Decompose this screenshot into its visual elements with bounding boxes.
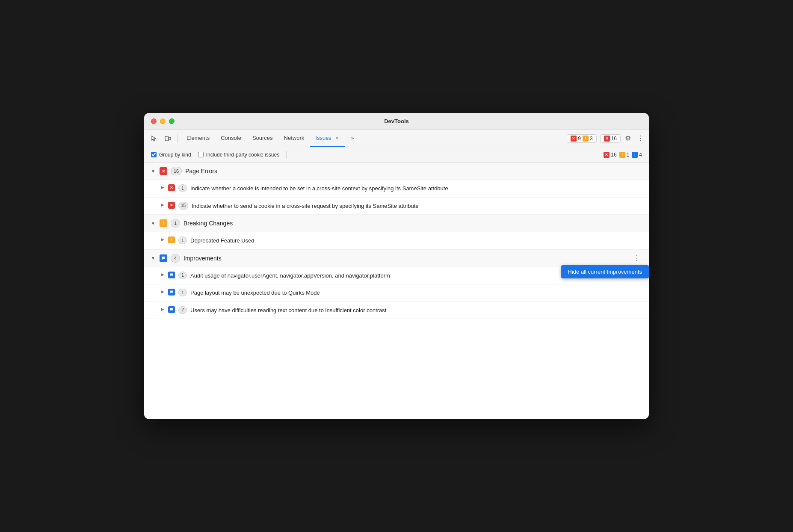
tab-console[interactable]: Console (216, 130, 246, 147)
issue-text-4: Audit usage of navigator.userAgent, navi… (190, 272, 390, 280)
issue-count-2: 15 (178, 202, 188, 210)
close-button[interactable] (151, 118, 157, 124)
issue-count-3: 1 (178, 236, 187, 244)
devtools-window: DevTools Elements Console Sources Networ… (144, 113, 649, 419)
device-icon (164, 135, 171, 142)
issue-chevron-5: ▶ (161, 290, 165, 294)
issue-text-6: Users may have difficulties reading text… (190, 306, 386, 315)
titlebar: DevTools (144, 113, 649, 130)
issue-icon-blue-2 (168, 289, 175, 296)
issue-icon-blue-3 (168, 306, 175, 313)
filter-warning-badge: ! 1 (619, 152, 630, 158)
improvements-label: Improvements (183, 255, 222, 262)
issue-count-6: 2 (178, 306, 187, 314)
issue-cookie-set[interactable]: ▶ ✕ 1 Indicate whether a cookie is inten… (144, 180, 649, 198)
filter-info-icon: i (632, 152, 638, 158)
issue-quirks-mode[interactable]: ▶ 1 Page layout may be unexpected due to… (144, 284, 649, 302)
third-party-checkbox[interactable] (198, 152, 204, 157)
issue-icon-red-2: ✕ (168, 202, 175, 209)
issue-count-1: 1 (178, 184, 187, 192)
chat-icon (161, 256, 166, 260)
filter-error-badge: ✕ 16 (604, 152, 616, 158)
category-page-errors-header[interactable]: ▼ ✕ 16 Page Errors (144, 163, 649, 180)
error-icon: ✕ (571, 136, 577, 142)
issue-chevron-3: ▶ (161, 237, 165, 242)
improvements-chevron: ▼ (151, 256, 156, 260)
tab-issues[interactable]: Issues × (310, 130, 345, 147)
tab-issues-close[interactable]: × (334, 135, 340, 141)
issue-text-2: Indicate whether to send a cookie in a c… (192, 202, 418, 210)
issue-count-5: 1 (178, 289, 187, 296)
tab-elements[interactable]: Elements (181, 130, 215, 147)
svg-rect-2 (162, 257, 165, 259)
svg-rect-1 (169, 137, 171, 140)
breaking-changes-chevron: ▼ (151, 221, 156, 226)
issue-color-contrast[interactable]: ▶ 2 Users may have difficulties reading … (144, 302, 649, 319)
category-page-errors: ▼ ✕ 16 Page Errors ▶ ✕ 1 Indicate whethe… (144, 163, 649, 215)
filter-badges: ✕ 16 ! 1 i 4 (604, 152, 642, 158)
issue-chevron-2: ▶ (161, 203, 165, 207)
breaking-changes-label: Breaking Changes (183, 220, 233, 227)
issue-icon-yellow-1: ! (168, 236, 175, 243)
settings-button[interactable]: ⚙ (621, 132, 634, 145)
traffic-lights (151, 118, 175, 124)
svg-rect-3 (170, 273, 173, 275)
filter-error-icon: ✕ (604, 152, 610, 158)
breaking-changes-icon: ! (160, 219, 167, 227)
filter-info-badge: i 4 (632, 152, 642, 158)
svg-rect-0 (165, 136, 169, 141)
issue-text-3: Deprecated Feature Used (190, 236, 254, 245)
issue-icon-blue-1 (168, 272, 175, 278)
filter-warning-icon: ! (619, 152, 625, 158)
minimize-button[interactable] (160, 118, 166, 124)
category-breaking-changes: ▼ ! 1 Breaking Changes ▶ ! 1 Deprecated … (144, 215, 649, 250)
page-errors-chevron: ▼ (151, 169, 156, 174)
tab-network[interactable]: Network (279, 130, 310, 147)
improvements-icon (160, 254, 167, 262)
improvements-count: 4 (171, 254, 180, 263)
issues-badge-group: ✕ 9 ! 3 (567, 134, 596, 143)
chat-icon-small-2 (170, 290, 173, 294)
warning-badge: ! 3 (583, 136, 593, 142)
issue-chevron-4: ▶ (161, 272, 165, 277)
issue-chevron-1: ▶ (161, 185, 165, 189)
tab-sources[interactable]: Sources (247, 130, 278, 147)
page-errors-icon: ✕ (160, 167, 167, 175)
issue-cookie-send[interactable]: ▶ ✕ 15 Indicate whether to send a cookie… (144, 198, 649, 215)
improvements-popup[interactable]: Hide all current Improvements (561, 265, 649, 278)
total-error-badge: ✕ 16 (604, 136, 617, 142)
error-count-badge-group: ✕ 16 (600, 134, 621, 143)
svg-rect-5 (170, 308, 173, 310)
more-tabs-button[interactable]: » (346, 130, 359, 147)
page-errors-count: 16 (171, 167, 182, 175)
inspect-element-button[interactable] (148, 132, 160, 145)
chat-icon-small-3 (170, 308, 173, 311)
content-area: ▼ ✕ 16 Page Errors ▶ ✕ 1 Indicate whethe… (144, 163, 649, 419)
issue-deprecated-feature[interactable]: ▶ ! 1 Deprecated Feature Used (144, 232, 649, 250)
warning-icon: ! (583, 136, 589, 142)
category-breaking-changes-header[interactable]: ▼ ! 1 Breaking Changes (144, 215, 649, 232)
issue-text-1: Indicate whether a cookie is intended to… (190, 184, 448, 193)
filter-bar: Group by kind Include third-party cookie… (144, 147, 649, 163)
improvements-menu-button[interactable]: ⋮ (632, 253, 642, 263)
more-options-button[interactable]: ⋮ (635, 132, 645, 145)
issue-icon-red-1: ✕ (168, 184, 175, 191)
breaking-changes-count: 1 (171, 219, 180, 228)
category-improvements-header[interactable]: ▼ 4 Improvements ⋮ Hide all current Impr… (144, 250, 649, 267)
cursor-icon (151, 135, 157, 142)
error-badge: ✕ 9 (571, 136, 581, 142)
group-by-kind-checkbox[interactable] (151, 152, 157, 157)
maximize-button[interactable] (169, 118, 175, 124)
svg-rect-4 (170, 291, 173, 293)
total-error-icon: ✕ (604, 136, 610, 142)
toolbar-divider-1 (178, 134, 178, 143)
issue-count-4: 1 (178, 272, 187, 279)
group-by-kind-label[interactable]: Group by kind (151, 152, 191, 158)
issue-text-5: Page layout may be unexpected due to Qui… (190, 289, 320, 297)
window-title: DevTools (384, 118, 409, 124)
category-improvements: ▼ 4 Improvements ⋮ Hide all current Impr… (144, 250, 649, 319)
issue-chevron-6: ▶ (161, 307, 165, 311)
device-toolbar-button[interactable] (161, 132, 174, 145)
filter-separator (286, 151, 287, 159)
third-party-label[interactable]: Include third-party cookie issues (198, 152, 279, 158)
